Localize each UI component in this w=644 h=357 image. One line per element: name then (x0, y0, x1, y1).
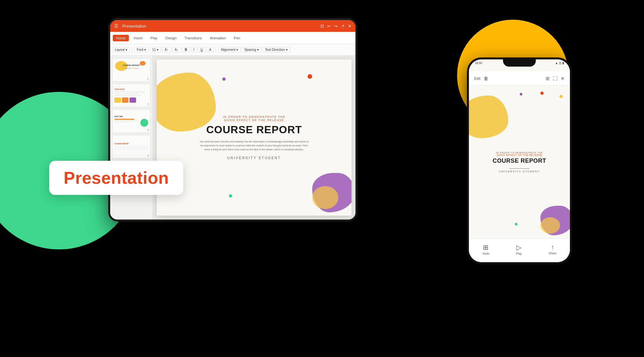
phone-tools-button[interactable]: ⊞ Tools (482, 243, 489, 255)
slide-thumb-img-4: COURSE REPORT (112, 135, 150, 158)
thumb2-yellow (114, 97, 121, 103)
thumb2-purple (130, 97, 136, 103)
battery-icon: ▮ (562, 61, 564, 65)
slide-dot-purple (222, 77, 226, 81)
thumb4-number: 4 (147, 154, 149, 157)
layout-dropdown-icon: ▾ (126, 48, 127, 52)
tab-pen[interactable]: Pen (231, 35, 244, 41)
minimize-icon[interactable]: ⊡ (320, 24, 324, 29)
phone-play-button[interactable]: ▷ Play (516, 243, 522, 255)
thumb3-line3 (114, 122, 132, 122)
hamburger-icon[interactable]: ☰ (114, 23, 118, 29)
close-icon[interactable]: ✕ (348, 24, 352, 29)
slide-thumb-3[interactable]: PART ONE 3 (112, 109, 151, 133)
tab-animation[interactable]: Animation (207, 35, 229, 41)
wifi-icon: ▲ (555, 61, 558, 65)
titlebar-icons: ⊡ ↩ ↪ ↗ ✕ (320, 24, 352, 29)
increase-font-button[interactable]: A↑ (162, 47, 171, 52)
text-direction-label: Text Direction (265, 48, 285, 52)
thumb2-line2 (114, 93, 138, 94)
tools-label: Tools (482, 252, 489, 255)
phone-time: 18:00 (475, 61, 482, 65)
main-slide-area: IN ORDER TO DEMONSTRATE THEGOOD EFFECT O… (153, 55, 355, 220)
thumb2-title: CATALOGUE (114, 88, 125, 90)
font-label: Font (137, 48, 143, 52)
share-icon[interactable]: ↗ (341, 24, 345, 29)
thumb2-number: 2 (147, 103, 149, 106)
undo-icon[interactable]: ↩ (327, 24, 331, 29)
phone-slide-student: UNIVERSITY STUDENT (499, 170, 540, 173)
phone-toolbar: Edit 🗑 ⊞ ⛶ ✕ (469, 71, 570, 86)
slide-body-text: Your text has been concise and instantly… (198, 140, 310, 152)
font-button[interactable]: Font ▾ (134, 47, 149, 52)
thumb3-line2 (114, 120, 139, 121)
slide-dot-orange (308, 74, 312, 79)
bold-button[interactable]: B (182, 47, 190, 52)
phone-trash-icon[interactable]: 🗑 (484, 76, 488, 81)
font-size-button[interactable]: 11 ▾ (150, 47, 161, 52)
tab-transitions[interactable]: Transitions (181, 35, 205, 41)
slide-thumb-2[interactable]: CATALOGUE 2 (112, 84, 151, 107)
tablet-content: COURSE REPORT UNIVERSITY STUDENT 1 CATAL… (110, 55, 355, 220)
phone-edit-button[interactable]: Edit (474, 76, 480, 80)
phone-title-underline (510, 168, 529, 169)
phone-status-bar: 18:00 ▲ ||| ▮ (469, 59, 570, 71)
slide-top-subtitle: IN ORDER TO DEMONSTRATE THEGOOD EFFECT O… (198, 115, 310, 122)
phone-bottom-bar: ⊞ Tools ▷ Play ↑ Share (469, 239, 570, 262)
thumb2-line1 (114, 92, 145, 93)
separator-1 (132, 47, 132, 53)
tablet-title: Presentation (122, 24, 318, 29)
spacing-button[interactable]: Spacing ▾ (242, 47, 261, 52)
thumb1-shape-orange (140, 61, 146, 66)
thumb3-content (114, 119, 148, 127)
slide-main-title[interactable]: COURSE REPORT (198, 124, 310, 136)
font-color-button[interactable]: A (207, 47, 214, 52)
font-dropdown-icon: ▾ (144, 48, 146, 52)
underline-button[interactable]: U (198, 47, 206, 52)
main-slide: IN ORDER TO DEMONSTRATE THEGOOD EFFECT O… (157, 59, 352, 216)
format-bar: Layout ▾ Font ▾ 11 ▾ A↑ A↓ B I U A (110, 44, 355, 55)
text-direction-button[interactable]: Text Direction ▾ (262, 47, 290, 52)
phone-expand-icon[interactable]: ⛶ (553, 76, 557, 81)
layout-button[interactable]: Layout ▾ (112, 47, 130, 52)
alignment-button[interactable]: Alignment ▾ (218, 47, 240, 52)
separator-2 (216, 47, 216, 53)
phone-grid-icon[interactable]: ⊞ (546, 76, 550, 81)
phone-slide-inner: IN ORDER TO DEMONSTRATE THEGOOD EFFECT O… (469, 86, 570, 239)
phone-close-icon[interactable]: ✕ (561, 76, 565, 81)
phone-share-button[interactable]: ↑ Share (549, 243, 556, 255)
share-label: Share (549, 252, 556, 255)
phone-screen: 18:00 ▲ ||| ▮ Edit 🗑 ⊞ ⛶ ✕ (469, 59, 570, 262)
text-direction-dropdown-icon: ▾ (286, 48, 288, 52)
phone-device: 18:00 ▲ ||| ▮ Edit 🗑 ⊞ ⛶ ✕ (467, 57, 572, 264)
slide-thumb-img-3: PART ONE (112, 110, 150, 133)
tab-design[interactable]: Design (162, 35, 180, 41)
tablet-toolbar: Home Insert Play Design Transitions Anim… (110, 32, 355, 44)
thumb4-cell2 (126, 146, 137, 151)
tab-insert[interactable]: Insert (130, 35, 146, 41)
tools-icon: ⊞ (483, 243, 489, 251)
font-size-value: 11 (152, 48, 156, 52)
phone-slide-title: COURSE REPORT (493, 158, 546, 164)
decrease-font-button[interactable]: A↓ (172, 47, 181, 52)
thumb3-title: PART ONE (114, 116, 123, 117)
thumb4-title: COURSE REPORT (114, 143, 129, 145)
slide-thumb-1[interactable]: COURSE REPORT UNIVERSITY STUDENT 1 (112, 58, 151, 82)
thumb3-number: 3 (147, 128, 149, 132)
presentation-label: Presentation (64, 168, 169, 187)
thumb4-cell1 (114, 146, 125, 151)
redo-icon[interactable]: ↪ (334, 24, 338, 29)
share-icon: ↑ (551, 243, 554, 251)
thumb3-circle (140, 119, 148, 127)
slide-thumb-img-1: COURSE REPORT UNIVERSITY STUDENT (112, 58, 150, 81)
tab-home[interactable]: Home (113, 35, 129, 41)
tablet-titlebar: ☰ Presentation ⊡ ↩ ↪ ↗ ✕ (110, 20, 355, 32)
thumb3-lines (114, 119, 139, 127)
slide-panel: COURSE REPORT UNIVERSITY STUDENT 1 CATAL… (110, 55, 153, 220)
slide-thumb-4[interactable]: COURSE REPORT 4 (112, 135, 151, 158)
tab-play[interactable]: Play (147, 35, 161, 41)
play-icon: ▷ (516, 243, 521, 251)
alignment-label: Alignment (221, 48, 235, 52)
italic-button[interactable]: I (191, 47, 197, 52)
thumb3-line1 (114, 119, 134, 120)
